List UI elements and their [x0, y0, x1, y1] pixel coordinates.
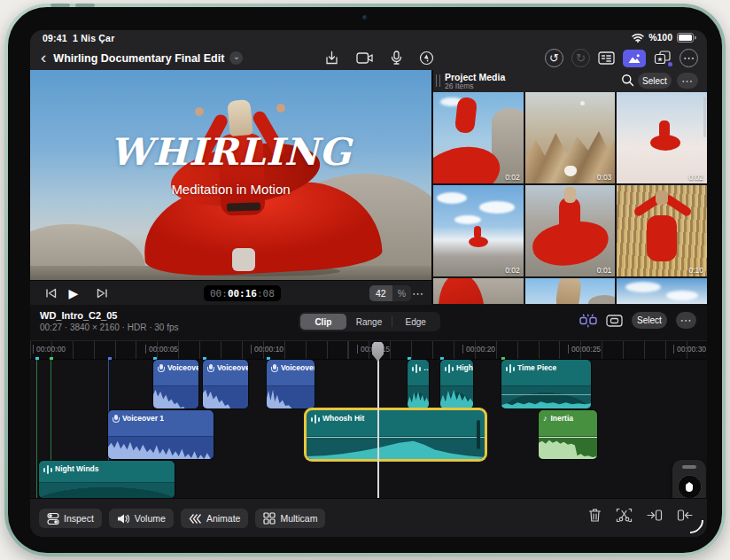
mode-edge[interactable]: Edge	[392, 314, 439, 330]
undo-button[interactable]: ↺	[545, 49, 563, 67]
inspect-button[interactable]: Inspect	[39, 509, 102, 528]
clip-name: Whoosh Hit	[322, 414, 364, 423]
top-chrome: 09:41 1 Nis Çar %100 ‹	[30, 30, 707, 70]
mic-icon	[113, 415, 119, 424]
timeline-select-button[interactable]: Select	[632, 312, 667, 329]
ruler-tick: 00:00:05	[145, 345, 178, 354]
bottom-toolbar: Inspect Volume Animate Multicam	[30, 498, 707, 537]
delete-button[interactable]	[588, 508, 602, 523]
overlay-view-icon[interactable]	[606, 314, 623, 327]
appbar-more-button[interactable]: ⋯	[680, 49, 698, 67]
timeline-more-button[interactable]: ⋯	[676, 312, 696, 329]
clip-duration: 0:01	[597, 266, 612, 275]
connect-clips-icon[interactable]	[579, 314, 597, 328]
import-icon[interactable]	[324, 51, 339, 66]
clip-name: Voiceover 3	[281, 363, 315, 372]
jog-dial[interactable]	[678, 475, 702, 499]
animate-button[interactable]: Animate	[181, 509, 249, 528]
previous-frame-button[interactable]	[41, 281, 60, 306]
timeline-clip-voiceover2a[interactable]: Voiceover 2	[153, 360, 198, 408]
volume-button[interactable]: Volume	[109, 509, 174, 528]
ruler-tick: 00:00:25	[568, 345, 601, 354]
timecode-display[interactable]: 00:00:16:08	[204, 285, 281, 301]
ruler-tick: 00:00:30	[673, 345, 706, 354]
clip-duration: 0:02	[688, 173, 703, 182]
status-bar: 09:41 1 Nis Çar %100	[30, 32, 707, 46]
timeline-clip-high[interactable]: High…	[440, 360, 473, 408]
media-thumbnail[interactable]: 0:03	[525, 92, 616, 183]
media-scrollbar[interactable]	[703, 97, 706, 137]
panel-drag-handle[interactable]	[436, 74, 440, 87]
project-media-panel: Project Media 26 Items Select ⋯	[433, 70, 707, 305]
search-icon[interactable]	[621, 74, 634, 87]
status-time: 09:41	[43, 33, 67, 43]
timeline-clip-time-piece[interactable]: Time Piece	[501, 360, 591, 408]
timeline-clip-inertia[interactable]: ♪Inertia	[539, 410, 597, 459]
media-thumbnail[interactable]	[617, 278, 707, 304]
ipad-device: 09:41 1 Nis Çar %100 ‹	[4, 4, 726, 556]
media-thumbnail[interactable]: 0:01	[525, 185, 616, 276]
playhead-line	[377, 344, 379, 498]
device-bezel: 09:41 1 Nis Çar %100 ‹	[8, 7, 722, 553]
media-select-button[interactable]: Select	[638, 73, 672, 89]
mode-range[interactable]: Range	[346, 314, 392, 330]
clip-name: High…	[456, 363, 473, 372]
clip-duration: 0:02	[505, 173, 520, 182]
ruler-tick: 00:00:10	[251, 345, 283, 354]
clip-name: Time Piece	[517, 363, 556, 372]
jog-grip	[682, 465, 696, 469]
project-title[interactable]: Whirling Documentary Final Edit	[53, 52, 224, 65]
microphone-icon[interactable]	[391, 51, 402, 66]
waveform-icon	[506, 364, 514, 373]
viewer-preview[interactable]: WHIRLING Meditation in Motion	[30, 70, 431, 280]
waveform-icon	[412, 364, 420, 373]
media-thumbnail[interactable]: 0:02	[433, 92, 524, 183]
timeline-tracks[interactable]: Voiceover 2 Voiceover 2 Voiceover 3 …	[30, 360, 707, 498]
effects-button[interactable]	[654, 51, 672, 66]
pencil-tool-icon[interactable]	[419, 51, 434, 66]
back-chevron-icon[interactable]: ‹	[41, 49, 46, 66]
media-thumbnail[interactable]	[525, 278, 616, 304]
multicam-button[interactable]: Multicam	[255, 509, 325, 528]
battery-percent: %100	[648, 32, 672, 43]
media-library-button[interactable]	[623, 50, 646, 67]
timeline-clip-voiceover3[interactable]: Voiceover 3	[267, 360, 315, 408]
viewer-more-button[interactable]: ⋯	[408, 281, 429, 306]
clip-name: Voiceover 1	[122, 414, 164, 423]
animate-label: Animate	[206, 513, 241, 524]
timeline-clip-ambience[interactable]: …	[408, 360, 429, 408]
browser-view-icon[interactable]	[598, 51, 615, 65]
title-chevron-down-icon[interactable]: ⌄	[229, 51, 243, 65]
blade-split-button[interactable]	[616, 508, 633, 523]
clip-duration: 0:03	[597, 173, 612, 182]
media-thumbnail[interactable]: 0:02	[617, 92, 707, 183]
zoom-level-control[interactable]: 42 %	[369, 285, 411, 301]
redo-button[interactable]: ↻	[571, 49, 590, 67]
status-date: 1 Nis Çar	[73, 33, 114, 43]
waveform-icon	[445, 364, 453, 373]
zoom-value: 42	[369, 285, 392, 301]
music-note-icon: ♪	[543, 414, 548, 423]
timeline-clip-voiceover1[interactable]: Voiceover 1	[108, 410, 214, 459]
clip-name: …	[423, 363, 429, 372]
mode-clip[interactable]: Clip	[300, 314, 346, 330]
video-overlay-title: WHIRLING	[30, 130, 431, 174]
media-thumbnail[interactable]	[433, 278, 524, 304]
status-time-date: 09:41 1 Nis Çar	[43, 33, 114, 43]
waveform-icon	[311, 415, 319, 424]
clip-trim-handle[interactable]	[477, 420, 480, 449]
play-button[interactable]: ▶	[62, 281, 85, 306]
media-thumbnail[interactable]: 0:10	[617, 185, 707, 276]
camera-icon[interactable]	[356, 51, 374, 65]
timeline-clip-whoosh-hit[interactable]: Whoosh Hit	[307, 410, 485, 459]
timeline-clip-night-winds[interactable]: Night Winds	[39, 461, 175, 498]
media-thumbnail[interactable]: 0:02	[433, 185, 524, 276]
timeline-ruler[interactable]: 00:00:00 00:00:05 00:00:10 00:00:15 00:0…	[30, 340, 707, 360]
media-more-button[interactable]: ⋯	[677, 73, 698, 89]
trim-start-button[interactable]	[647, 509, 663, 522]
clip-duration: 0:02	[505, 266, 520, 275]
media-grid: 0:02 0:03 0:02	[433, 92, 707, 305]
timeline-clip-voiceover2b[interactable]: Voiceover 2	[203, 360, 248, 408]
next-frame-button[interactable]	[92, 281, 112, 306]
front-camera	[362, 15, 368, 20]
